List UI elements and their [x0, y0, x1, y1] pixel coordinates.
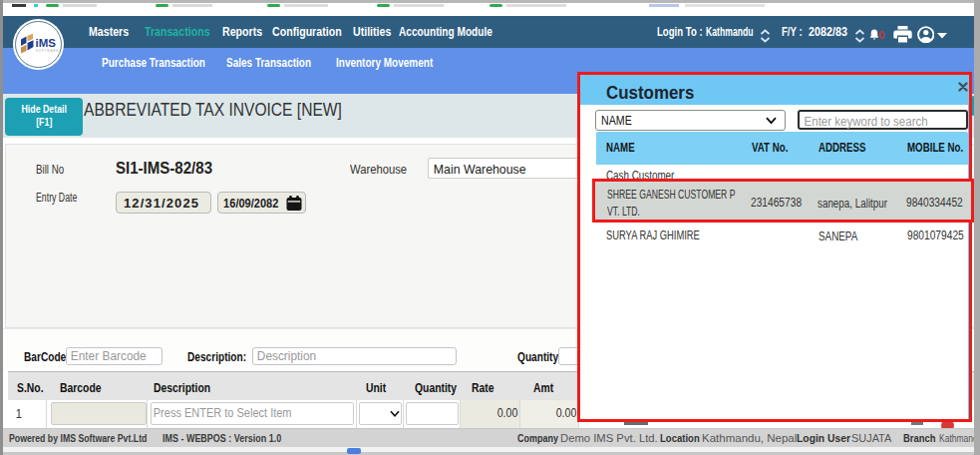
svg-text:SOFTWARE: SOFTWARE: [36, 49, 59, 53]
svg-text:iMS: iMS: [36, 37, 57, 49]
